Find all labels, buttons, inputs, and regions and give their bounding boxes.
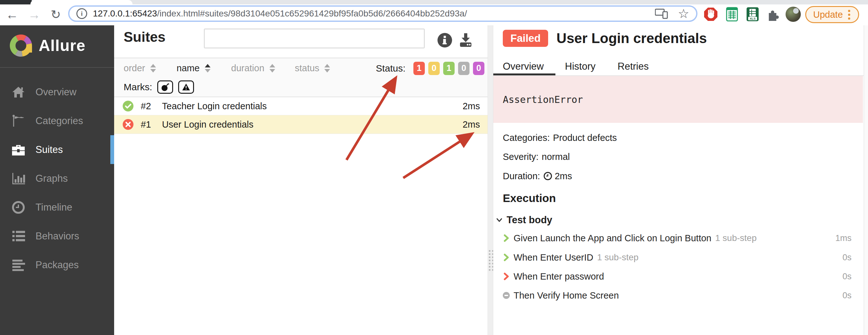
reload-button[interactable]: ↻: [47, 4, 65, 25]
browser-tab-strip: [0, 0, 868, 4]
row-name: User Login credentials: [162, 120, 254, 130]
bomb-icon: [161, 82, 169, 92]
sidebar-item-behaviors[interactable]: Behaviors: [0, 222, 114, 250]
field-value: 2ms: [555, 171, 572, 181]
sort-carets-icon: [205, 64, 211, 72]
xls-extension-icon[interactable]: XLS: [746, 7, 759, 22]
field-value[interactable]: Product defects: [553, 133, 617, 143]
url-text[interactable]: 127.0.0.1:65423/index.html#suites/98d310…: [93, 8, 467, 19]
chevron-right-failed-icon: [502, 272, 510, 281]
sidebar-divider: [0, 67, 114, 68]
update-label: Update: [813, 9, 843, 20]
scrollbar-track[interactable]: [864, 25, 868, 335]
profile-avatar[interactable]: [785, 7, 801, 22]
panel-title: Suites: [124, 29, 165, 45]
column-header-order[interactable]: order: [124, 58, 156, 78]
sort-carets-icon: [270, 64, 275, 72]
status-badge-skipped[interactable]: 0: [458, 62, 469, 75]
flaky-filter-button[interactable]: [178, 80, 194, 94]
sidebar-item-packages[interactable]: Packages: [0, 250, 114, 279]
status-badge-broken[interactable]: 0: [428, 62, 440, 75]
step-group-test-body[interactable]: Test body: [495, 214, 552, 226]
step-row[interactable]: When Enter password 0s: [502, 270, 855, 283]
field-categories: Categories: Product defects: [503, 132, 617, 144]
screen: ← → ↻ i 127.0.0.1:65423/index.html#suite…: [0, 0, 868, 335]
browser-active-tab[interactable]: [30, 0, 132, 4]
briefcase-icon: [11, 143, 25, 156]
table-row[interactable]: #2 Teacher Login credentials 2ms: [114, 97, 488, 115]
browser-menu-icon[interactable]: [848, 10, 850, 20]
column-header-status[interactable]: status: [295, 58, 330, 78]
extensions-puzzle-icon[interactable]: [766, 8, 779, 21]
search-input[interactable]: [204, 29, 425, 48]
error-message: AssertionError: [503, 94, 583, 105]
sidebar-item-label: Overview: [35, 87, 76, 98]
step-group-label: Test body: [506, 214, 552, 226]
clock-icon: [11, 201, 25, 214]
align-left-icon: [11, 259, 25, 271]
sidebar: Allure Overview Categories Suit: [0, 25, 114, 335]
tab-overview[interactable]: Overview: [503, 57, 544, 76]
sidebar-item-graphs[interactable]: Graphs: [0, 164, 114, 193]
drag-handle-icon[interactable]: [489, 250, 494, 271]
update-button[interactable]: Update: [805, 6, 859, 23]
column-header-duration[interactable]: duration: [231, 58, 275, 78]
field-value: normal: [542, 152, 570, 162]
sidebar-item-label: Behaviors: [35, 231, 79, 242]
skipped-minus-icon: [502, 291, 510, 300]
address-bar[interactable]: i 127.0.0.1:65423/index.html#suites/98d3…: [68, 5, 698, 22]
url-host: 127.0.0.1:65423: [93, 8, 157, 19]
back-button[interactable]: ←: [3, 4, 21, 25]
chevron-right-passed-icon: [502, 253, 510, 262]
sidebar-item-categories[interactable]: Categories: [0, 106, 114, 135]
step-row[interactable]: Then Verify Home Screen 0s: [502, 289, 855, 302]
sidebar-item-suites[interactable]: Suites: [0, 135, 114, 164]
allure-brand: Allure: [8, 33, 86, 58]
row-order: #2: [141, 101, 157, 111]
forward-button[interactable]: →: [25, 4, 43, 25]
step-name: When Enter password: [514, 271, 604, 282]
step-duration: 0s: [842, 253, 851, 263]
status-badge-failed[interactable]: 1: [413, 62, 425, 75]
row-duration: 2ms: [463, 120, 480, 130]
step-row[interactable]: Given Launch the App and Click on Login …: [502, 232, 855, 244]
green-doc-extension-icon[interactable]: [726, 7, 738, 22]
site-info-icon[interactable]: i: [76, 8, 87, 19]
field-label: Duration:: [503, 171, 540, 181]
suites-panel: Suites order name duration: [114, 25, 488, 335]
panel-resize-divider[interactable]: [488, 25, 493, 335]
retries-filter-button[interactable]: [157, 80, 173, 94]
detail-tabs: Overview History Retries: [493, 57, 868, 76]
chevron-right-passed-icon: [502, 233, 510, 243]
home-icon: [11, 86, 25, 98]
sidebar-item-timeline[interactable]: Timeline: [0, 193, 114, 222]
flag-icon: [11, 114, 25, 127]
tab-history[interactable]: History: [565, 57, 595, 76]
svg-text:XLS: XLS: [750, 17, 755, 20]
send-to-devices-icon[interactable]: [655, 8, 668, 19]
step-substep-count: 1 sub-step: [597, 253, 639, 263]
test-title: User Login credentials: [556, 30, 707, 46]
column-header-name[interactable]: name: [177, 58, 211, 78]
column-label: order: [124, 63, 145, 73]
step-row[interactable]: When Enter UserID 1 sub-step 0s: [502, 251, 855, 264]
sidebar-item-label: Suites: [35, 144, 63, 156]
status-badge-passed[interactable]: 1: [443, 62, 455, 75]
warning-triangle-icon: [182, 82, 190, 92]
step-duration: 1ms: [835, 233, 851, 243]
sidebar-item-label: Packages: [35, 259, 79, 271]
detail-header: Failed User Login credentials: [503, 30, 707, 47]
download-button[interactable]: [458, 32, 474, 48]
info-button[interactable]: [437, 32, 453, 48]
adblock-extension-icon[interactable]: [704, 7, 718, 21]
step-duration: 0s: [842, 291, 851, 300]
sidebar-item-overview[interactable]: Overview: [0, 77, 114, 106]
table-row[interactable]: #1 User Login credentials 2ms: [114, 115, 488, 134]
column-label: status: [295, 63, 319, 73]
content: Allure Overview Categories Suit: [0, 25, 868, 335]
bookmark-star-icon[interactable]: ☆: [678, 7, 689, 20]
status-badge-unknown[interactable]: 0: [473, 62, 485, 75]
error-message-box[interactable]: AssertionError: [493, 76, 863, 123]
tab-retries[interactable]: Retries: [618, 57, 649, 76]
status-filter-group: Status: 1 0 1 0 0: [376, 58, 485, 78]
